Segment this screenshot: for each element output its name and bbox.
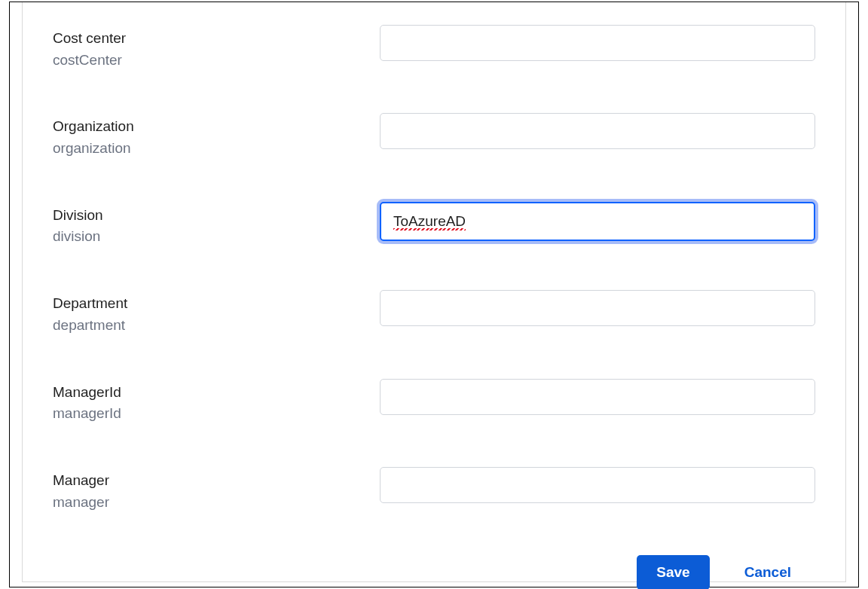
form-rows: Cost center costCenter Organization orga… bbox=[53, 25, 815, 555]
field-label: Organization bbox=[53, 117, 380, 136]
form-panel: Cost center costCenter Organization orga… bbox=[22, 2, 846, 582]
field-sublabel: managerId bbox=[53, 404, 380, 423]
field-sublabel: costCenter bbox=[53, 51, 380, 70]
field-row-organization: Organization organization bbox=[53, 113, 815, 157]
field-sublabel: manager bbox=[53, 493, 380, 512]
label-col: Cost center costCenter bbox=[53, 25, 380, 69]
field-sublabel: division bbox=[53, 227, 380, 246]
field-label: Division bbox=[53, 206, 380, 225]
input-col bbox=[380, 25, 815, 61]
save-button[interactable]: Save bbox=[637, 555, 709, 589]
manager-input[interactable] bbox=[380, 467, 815, 503]
label-col: Organization organization bbox=[53, 113, 380, 157]
field-sublabel: organization bbox=[53, 139, 380, 158]
manager-id-input[interactable] bbox=[380, 379, 815, 415]
input-col bbox=[380, 379, 815, 415]
department-input[interactable] bbox=[380, 290, 815, 326]
input-col bbox=[380, 467, 815, 503]
field-label: Manager bbox=[53, 472, 380, 490]
label-col: ManagerId managerId bbox=[53, 379, 380, 423]
field-row-cost-center: Cost center costCenter bbox=[53, 25, 815, 69]
field-row-department: Department department bbox=[53, 290, 815, 334]
division-input[interactable]: ToAzureAD bbox=[380, 202, 815, 241]
input-col: ToAzureAD bbox=[380, 202, 815, 241]
field-row-manager-id: ManagerId managerId bbox=[53, 379, 815, 423]
input-col bbox=[380, 290, 815, 326]
field-row-division: Division division ToAzureAD bbox=[53, 202, 815, 246]
organization-input[interactable] bbox=[380, 113, 815, 149]
field-label: Cost center bbox=[53, 29, 380, 48]
field-sublabel: department bbox=[53, 316, 380, 335]
button-row: Save Cancel bbox=[53, 555, 815, 589]
field-label: ManagerId bbox=[53, 383, 380, 402]
cancel-button[interactable]: Cancel bbox=[738, 555, 797, 589]
outer-frame: Cost center costCenter Organization orga… bbox=[9, 2, 859, 587]
label-col: Manager manager bbox=[53, 467, 380, 511]
field-label: Department bbox=[53, 294, 380, 313]
label-col: Department department bbox=[53, 290, 380, 334]
cost-center-input[interactable] bbox=[380, 25, 815, 61]
input-col bbox=[380, 113, 815, 149]
division-input-value: ToAzureAD bbox=[393, 213, 466, 230]
label-col: Division division bbox=[53, 202, 380, 246]
field-row-manager: Manager manager bbox=[53, 467, 815, 511]
